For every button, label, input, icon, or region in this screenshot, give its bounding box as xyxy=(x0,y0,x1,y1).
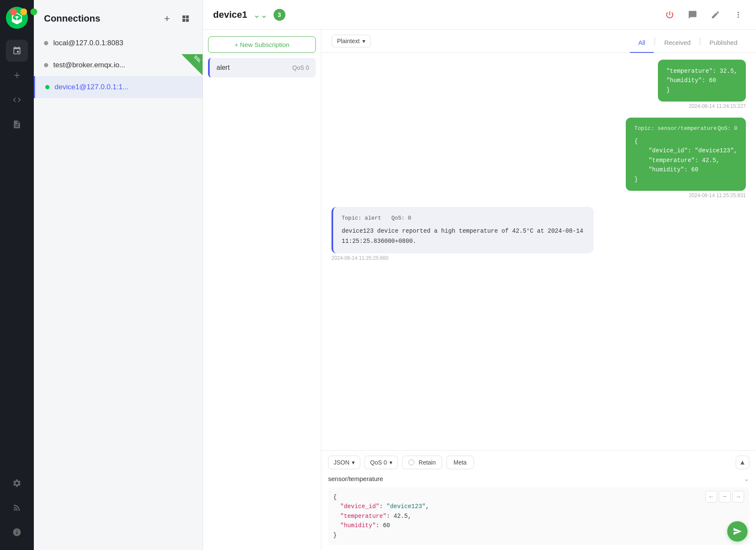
msg3-qos: QoS: 0 xyxy=(392,214,411,223)
tab-received[interactable]: Received xyxy=(656,36,699,53)
edit-icon xyxy=(711,10,720,19)
compose-key3: "humidity" xyxy=(340,522,376,529)
message-bubble: "temperature": 32.5, "humidity": 60} xyxy=(658,60,746,102)
collapse-icon: ▲ xyxy=(739,459,746,466)
compose-body[interactable]: ← − → { "device_id": "device123", "tempe… xyxy=(328,487,749,545)
meta-btn[interactable]: Meta xyxy=(446,456,474,469)
compose-area: JSON ▾ QoS 0 ▾ Retain Meta xyxy=(321,450,756,550)
chat-btn[interactable] xyxy=(685,7,700,22)
compose-area-wrapper: JSON ▾ QoS 0 ▾ Retain Meta xyxy=(321,450,756,550)
power-btn[interactable] xyxy=(662,7,677,22)
msg3-timestamp: 2024-08-14 11:25:25:860 xyxy=(331,255,594,261)
messages-area: Plaintext ▾ All | Received | Published "… xyxy=(321,30,756,550)
msg3-topic: Topic: alert xyxy=(342,214,381,223)
connections-title: Connections xyxy=(44,13,100,24)
nav-logs-btn[interactable] xyxy=(6,113,28,135)
format-select[interactable]: Plaintext ▾ xyxy=(331,35,371,47)
logs-icon xyxy=(12,120,22,129)
compose-val1: "device123" xyxy=(386,503,425,510)
connections-header-icons xyxy=(160,12,192,25)
qos-select[interactable]: QoS 0 ▾ xyxy=(364,456,398,469)
connection-status-dot xyxy=(44,63,48,67)
code-icon xyxy=(12,95,22,104)
top-bar-actions xyxy=(662,7,746,22)
send-btn[interactable] xyxy=(727,521,748,542)
compose-key2: "temperature" xyxy=(340,513,386,520)
chevron-down-icon[interactable]: ⌄⌄ xyxy=(253,10,268,20)
format-chevron-icon: ▾ xyxy=(362,38,365,44)
gear-icon xyxy=(12,478,22,488)
new-subscription-btn[interactable]: + New Subscription xyxy=(208,36,316,53)
msg2-topic: Topic: sensor/temperature xyxy=(634,124,717,133)
more-btn[interactable] xyxy=(731,7,746,22)
retain-btn[interactable]: Retain xyxy=(402,456,442,469)
minimize-button[interactable] xyxy=(20,8,27,15)
layout-btn[interactable] xyxy=(179,12,192,25)
info-icon xyxy=(12,528,22,537)
connections-panel: Connections local@127.0.0.1:8083 test@br… xyxy=(34,0,203,550)
message-received-1: Topic: alert QoS: 0 device123 device rep… xyxy=(331,207,594,268)
compose-val2: 42.5, xyxy=(394,513,411,520)
msg2-timestamp: 2024-08-14 11:25:25:831 xyxy=(626,192,746,198)
power-icon xyxy=(665,10,674,19)
maximize-button[interactable] xyxy=(30,8,37,15)
nav-forward-btn[interactable]: → xyxy=(732,491,744,503)
tabs-row: Plaintext ▾ All | Received | Published xyxy=(321,30,756,53)
json-format-select[interactable]: JSON ▾ xyxy=(328,456,360,469)
connection-item-test[interactable]: test@broker.emqx.io... SSL xyxy=(34,54,203,76)
add-connection-btn[interactable] xyxy=(160,12,174,25)
nav-settings-btn[interactable] xyxy=(6,472,28,494)
nav-info-btn[interactable] xyxy=(6,521,28,543)
connection-name: local@127.0.0.1:8083 xyxy=(53,39,123,47)
nav-connections-btn[interactable] xyxy=(6,40,28,62)
layout-icon xyxy=(181,14,190,23)
message-published-2: Topic: sensor/temperature QoS: 0 { "devi… xyxy=(626,118,746,205)
close-button[interactable] xyxy=(10,8,17,15)
connection-status-dot xyxy=(45,85,49,89)
nav-minus-btn[interactable]: − xyxy=(719,491,731,503)
topic-input[interactable] xyxy=(328,473,744,484)
nav-feed-btn[interactable] xyxy=(6,497,28,519)
json-format-chevron-icon: ▾ xyxy=(352,459,355,466)
connection-item-device1[interactable]: device1@127.0.0.1:1... xyxy=(34,76,203,98)
nav-back-btn[interactable]: ← xyxy=(705,491,717,503)
compose-key1: "device_id" xyxy=(340,503,379,510)
connections-header: Connections xyxy=(34,0,203,32)
connection-name: device1@127.0.0.1:1... xyxy=(55,83,129,91)
meta-label: Meta xyxy=(454,459,467,466)
nav-code-btn[interactable] xyxy=(6,89,28,111)
qos-chevron-icon: ▾ xyxy=(389,459,392,466)
nav-arrows: ← − → xyxy=(705,491,744,503)
compose-brace-open: { xyxy=(333,494,337,500)
window-controls xyxy=(10,8,37,15)
msg2-body: { "device_id": "device123", "temperature… xyxy=(634,138,737,183)
compose-brace-close: } xyxy=(333,532,337,539)
connections-icon xyxy=(12,46,22,55)
qos-label: QoS 0 xyxy=(370,459,387,466)
subscription-name: alert xyxy=(216,64,230,72)
json-format-label: JSON xyxy=(334,459,349,466)
msg2-topic-line: Topic: sensor/temperature QoS: 0 xyxy=(634,124,737,133)
edit-btn[interactable] xyxy=(708,7,723,22)
message-bubble: Topic: alert QoS: 0 device123 device rep… xyxy=(331,207,594,253)
msg3-body: device123 device reported a high tempera… xyxy=(342,228,583,245)
top-bar: device1 ⌄⌄ 3 xyxy=(203,0,756,30)
subscriptions-panel: + New Subscription alert QoS 0 xyxy=(203,30,321,550)
topic-chevron-icon[interactable]: ⌄ xyxy=(744,475,749,483)
subscription-item-alert[interactable]: alert QoS 0 xyxy=(208,58,316,77)
connection-name: test@broker.emqx.io... xyxy=(53,61,125,69)
connection-item-local[interactable]: local@127.0.0.1:8083 xyxy=(34,32,203,54)
retain-radio-icon xyxy=(408,459,414,465)
chat-icon xyxy=(688,10,697,19)
message-published-1: "temperature": 32.5, "humidity": 60} 202… xyxy=(658,60,746,116)
more-icon xyxy=(734,10,743,19)
tab-published[interactable]: Published xyxy=(701,36,746,53)
compose-val3: 60 xyxy=(383,522,390,529)
collapse-btn[interactable]: ▲ xyxy=(736,456,749,469)
connection-status-dot xyxy=(44,41,48,45)
messages-list: "temperature": 32.5, "humidity": 60} 202… xyxy=(321,53,756,450)
content-split: + New Subscription alert QoS 0 Plaintext… xyxy=(203,30,756,550)
tab-all[interactable]: All xyxy=(630,36,654,53)
nav-add-btn[interactable] xyxy=(6,64,28,86)
topic-row: ⌄ xyxy=(328,473,749,484)
